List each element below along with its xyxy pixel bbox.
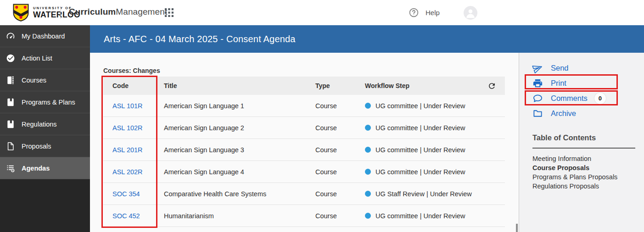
content-area: Courses: Changes Code Title Type Workflo…: [90, 53, 644, 232]
sidebar: My Dashboard Action List Courses Program…: [0, 25, 90, 232]
courses-changes-table: Code Title Type Workflow Step ASL 101R A…: [103, 77, 505, 227]
course-type: Course: [297, 168, 359, 176]
toc-item[interactable]: Regulations Proposals: [532, 182, 635, 191]
send-plane-icon: [532, 63, 543, 73]
course-title: American Sign Language 4: [158, 168, 297, 176]
sidebar-item[interactable]: Action List: [0, 47, 90, 69]
sidebar-item-label: Programs & Plans: [22, 99, 75, 106]
workflow-step-text: UG Staff Review | Under Review: [375, 190, 472, 198]
send-button[interactable]: Send: [532, 61, 644, 76]
print-button[interactable]: Print: [532, 76, 644, 91]
workflow-status-dot: [365, 125, 371, 131]
folder-icon: [532, 108, 543, 119]
topbar-divider: [60, 6, 61, 19]
check-circle-icon: [6, 54, 15, 63]
agenda-list-icon: [6, 164, 15, 173]
table-row[interactable]: ASL 201R American Sign Language 3 Course…: [103, 139, 505, 161]
course-code-link[interactable]: ASL 101R: [112, 102, 143, 110]
book-bookmark-icon: [6, 98, 15, 107]
column-header-code: Code: [103, 82, 158, 89]
help-icon[interactable]: [409, 7, 419, 18]
course-title: American Sign Language 3: [158, 146, 297, 154]
page-title: Arts - AFC - 04 March 2025 - Consent Age…: [104, 34, 296, 44]
workflow-step-text: UG committee | Under Review: [375, 124, 465, 132]
app-title-bold: Curriculum: [69, 7, 116, 17]
table-row[interactable]: ASL 101R American Sign Language 1 Course…: [103, 95, 505, 117]
comments-button[interactable]: Comments 0: [532, 91, 644, 106]
column-header-title: Title: [158, 82, 297, 89]
workflow-status-dot: [365, 147, 371, 153]
help-link[interactable]: Help: [426, 9, 440, 17]
app-title-regular: Management: [116, 7, 167, 17]
uw-shield-icon: [13, 4, 29, 22]
toc-item[interactable]: Course Proposals: [532, 163, 635, 172]
print-label: Print: [551, 79, 566, 88]
topbar-right: Help: [409, 0, 477, 25]
workflow-status-dot: [365, 191, 371, 197]
archive-button[interactable]: Archive: [532, 106, 644, 121]
course-title: Humanitarianism: [158, 212, 297, 220]
sidebar-item-label: Agendas: [22, 165, 50, 172]
sidebar-item[interactable]: Programs & Plans: [0, 91, 90, 113]
course-type: Course: [297, 212, 359, 220]
course-type: Course: [297, 124, 359, 132]
page-header: Arts - AFC - 04 March 2025 - Consent Age…: [90, 25, 644, 53]
column-header-type: Type: [297, 82, 359, 89]
table-row[interactable]: ASL 102R American Sign Language 2 Course…: [103, 117, 505, 139]
book-bookmark-icon: [6, 120, 15, 129]
apps-grid-icon[interactable]: [165, 8, 174, 17]
sidebar-item[interactable]: Regulations: [0, 113, 90, 135]
sidebar-item[interactable]: My Dashboard: [0, 25, 90, 47]
course-code-link[interactable]: SOC 354: [112, 190, 140, 198]
sidebar-item[interactable]: Agendas: [0, 157, 90, 179]
scrollbar-handle[interactable]: [516, 224, 518, 232]
course-type: Course: [297, 102, 359, 110]
course-title: Comparative Health Care Systems: [158, 190, 297, 198]
workflow-status-dot: [365, 213, 371, 219]
toc-item[interactable]: Programs & Plans Proposals: [532, 172, 635, 182]
workflow-status-dot: [365, 103, 371, 109]
course-code-link[interactable]: SOC 452: [112, 212, 140, 220]
speech-bubble-icon: [532, 93, 543, 104]
table-header-row: Code Title Type Workflow Step: [103, 77, 505, 95]
course-code-link[interactable]: ASL 201R: [112, 146, 143, 154]
course-title: American Sign Language 2: [158, 124, 297, 132]
sidebar-item-label: Courses: [22, 77, 46, 84]
send-label: Send: [551, 64, 569, 72]
user-avatar[interactable]: [464, 6, 477, 20]
toc-item[interactable]: Meeting Information: [532, 154, 635, 163]
workflow-step-text: UG committee | Under Review: [375, 168, 465, 176]
workflow-step-text: UG committee | Under Review: [375, 212, 465, 220]
table-of-contents: Table of Contents Meeting InformationCou…: [532, 133, 635, 191]
workflow-step-text: UG committee | Under Review: [375, 146, 465, 154]
table-row[interactable]: SOC 354 Comparative Health Care Systems …: [103, 183, 505, 205]
workflow-status-dot: [365, 169, 371, 175]
course-title: American Sign Language 1: [158, 102, 297, 110]
table-row[interactable]: SOC 452 Humanitarianism Course UG commit…: [103, 205, 505, 227]
curriculum-management-app: UNIVERSITY OF WATERLOO CurriculumManagem…: [0, 0, 644, 232]
column-header-workflow-step: Workflow Step: [359, 82, 478, 89]
sidebar-item-label: Proposals: [22, 143, 51, 150]
app-title: CurriculumManagement: [69, 7, 167, 17]
sidebar-item-label: Action List: [22, 55, 52, 62]
comments-label: Comments: [551, 94, 588, 103]
sidebar-item-label: My Dashboard: [22, 33, 65, 40]
sidebar-item[interactable]: Proposals: [0, 135, 90, 157]
sidebar-item[interactable]: Courses: [0, 69, 90, 91]
topbar: UNIVERSITY OF WATERLOO CurriculumManagem…: [0, 0, 644, 25]
comments-count-badge: 0: [594, 93, 606, 104]
workflow-step-text: UG committee | Under Review: [375, 102, 465, 110]
document-icon: [6, 142, 15, 151]
sidebar-item-label: Regulations: [22, 121, 57, 128]
dashboard-icon: [6, 32, 15, 41]
right-panel: Send Print Comments 0 Archive: [519, 53, 644, 232]
course-type: Course: [297, 190, 359, 198]
course-code-link[interactable]: ASL 202R: [112, 168, 143, 176]
book-icon: [6, 76, 15, 85]
archive-label: Archive: [551, 109, 576, 118]
toc-divider: [532, 148, 635, 149]
course-code-link[interactable]: ASL 102R: [112, 124, 143, 132]
course-type: Course: [297, 146, 359, 154]
refresh-icon[interactable]: [478, 82, 505, 90]
table-row[interactable]: ASL 202R American Sign Language 4 Course…: [103, 161, 505, 183]
